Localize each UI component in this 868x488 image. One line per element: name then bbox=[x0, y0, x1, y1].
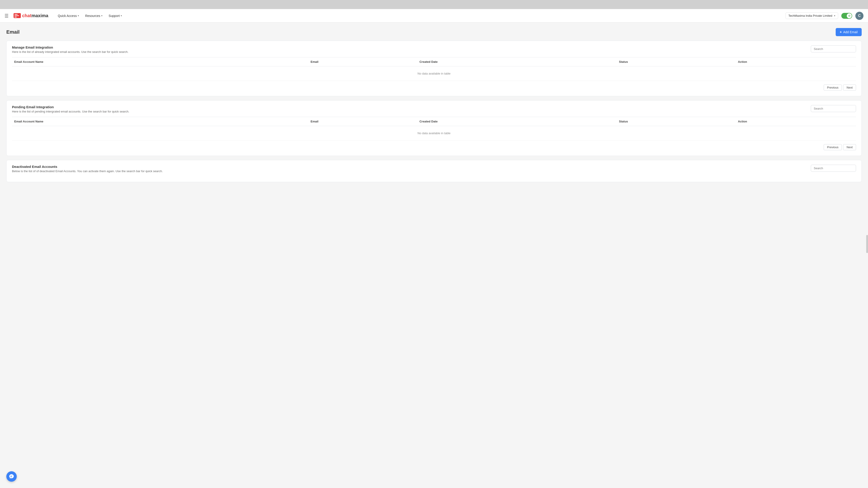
svg-rect-3 bbox=[14, 17, 17, 18]
page-header: Email + Add Email bbox=[6, 28, 862, 36]
table-footer-manage: Previous Next bbox=[12, 85, 856, 91]
chevron-down-icon: ▾ bbox=[78, 14, 79, 17]
col-created-date-p: Created Date bbox=[417, 117, 617, 126]
search-input-pending[interactable] bbox=[811, 105, 856, 112]
search-input-manage[interactable] bbox=[811, 45, 856, 53]
col-email-account-name-p: Email Account Name bbox=[12, 117, 308, 126]
previous-button-pending[interactable]: Previous bbox=[824, 144, 842, 150]
col-email: Email bbox=[308, 57, 417, 66]
chat-support-button[interactable] bbox=[6, 471, 17, 482]
settings-toggle[interactable]: ⚙ bbox=[841, 13, 852, 19]
no-data-row-manage: No data available in table bbox=[12, 66, 856, 81]
no-data-text-pending: No data available in table bbox=[12, 126, 856, 140]
chevron-down-icon: ▾ bbox=[834, 14, 835, 17]
navbar-right: TechMaxima India Private Limited ▾ ⚙ C bbox=[785, 12, 864, 20]
nav-support[interactable]: Support ▾ bbox=[106, 13, 125, 19]
chevron-down-icon: ▾ bbox=[121, 14, 122, 17]
no-data-text-manage: No data available in table bbox=[12, 66, 856, 81]
col-action: Action bbox=[736, 57, 856, 66]
table-header-row-manage: Email Account Name Email Created Date St… bbox=[12, 57, 856, 66]
section-title-deactivated: Deactivated Email Accounts bbox=[12, 165, 163, 168]
navbar: ☰ chatmaxima Quick Access ▾ Resources ▾ … bbox=[0, 9, 868, 23]
plus-icon: + bbox=[840, 30, 842, 34]
section-title-pending: Pending Email Integration bbox=[12, 105, 129, 109]
top-bar bbox=[0, 0, 868, 9]
col-status: Status bbox=[617, 57, 736, 66]
section-header-pending: Pending Email Integration Here is the li… bbox=[12, 105, 856, 113]
col-created-date: Created Date bbox=[417, 57, 617, 66]
nav-quick-access[interactable]: Quick Access ▾ bbox=[55, 13, 82, 19]
search-input-deactivated[interactable] bbox=[811, 165, 856, 172]
section-header-manage: Manage Email Integration Here is the lis… bbox=[12, 45, 856, 54]
col-action-p: Action bbox=[736, 117, 856, 126]
logo-icon bbox=[13, 12, 21, 20]
logo[interactable]: chatmaxima bbox=[13, 12, 49, 20]
col-email-account-name: Email Account Name bbox=[12, 57, 308, 66]
gear-icon: ⚙ bbox=[848, 14, 850, 18]
manage-table: Email Account Name Email Created Date St… bbox=[12, 57, 856, 81]
search-wrapper-deactivated bbox=[811, 165, 856, 172]
toggle-knob: ⚙ bbox=[847, 13, 852, 18]
col-status-p: Status bbox=[617, 117, 736, 126]
manage-email-section: Manage Email Integration Here is the lis… bbox=[6, 41, 862, 96]
user-avatar[interactable]: C bbox=[855, 12, 864, 20]
next-button-manage[interactable]: Next bbox=[843, 85, 856, 91]
col-email-p: Email bbox=[308, 117, 417, 126]
previous-button-manage[interactable]: Previous bbox=[824, 85, 842, 91]
section-info-deactivated: Deactivated Email Accounts Below is the … bbox=[12, 165, 163, 173]
hamburger-menu-icon[interactable]: ☰ bbox=[4, 13, 8, 19]
logo-text: chatmaxima bbox=[22, 13, 49, 18]
next-button-pending[interactable]: Next bbox=[843, 144, 856, 150]
deactivated-email-section: Deactivated Email Accounts Below is the … bbox=[6, 160, 862, 182]
svg-rect-2 bbox=[14, 15, 19, 16]
section-info-pending: Pending Email Integration Here is the li… bbox=[12, 105, 129, 113]
chevron-down-icon: ▾ bbox=[101, 14, 102, 17]
svg-rect-1 bbox=[14, 14, 18, 15]
org-selector[interactable]: TechMaxima India Private Limited ▾ bbox=[785, 12, 838, 19]
navbar-nav: Quick Access ▾ Resources ▾ Support ▾ bbox=[55, 13, 125, 19]
org-name: TechMaxima India Private Limited bbox=[788, 14, 832, 18]
search-wrapper-pending bbox=[811, 105, 856, 112]
table-header-row-pending: Email Account Name Email Created Date St… bbox=[12, 117, 856, 126]
section-desc-deactivated: Below is the list of of deactivated Emai… bbox=[12, 169, 163, 173]
section-info-manage: Manage Email Integration Here is the lis… bbox=[12, 45, 128, 54]
no-data-row-pending: No data available in table bbox=[12, 126, 856, 140]
pending-table: Email Account Name Email Created Date St… bbox=[12, 117, 856, 140]
page-title: Email bbox=[6, 29, 20, 35]
section-title-manage: Manage Email Integration bbox=[12, 45, 128, 49]
main-content: Email + Add Email Manage Email Integrati… bbox=[0, 23, 868, 488]
section-desc-manage: Here is the list of already intergrated … bbox=[12, 50, 128, 54]
scrollbar[interactable] bbox=[866, 235, 868, 253]
section-desc-pending: Here is the list of pending intergrated … bbox=[12, 110, 129, 113]
pending-email-section: Pending Email Integration Here is the li… bbox=[6, 100, 862, 156]
nav-resources[interactable]: Resources ▾ bbox=[83, 13, 105, 19]
chat-icon bbox=[9, 474, 14, 479]
section-header-deactivated: Deactivated Email Accounts Below is the … bbox=[12, 165, 856, 173]
table-footer-pending: Previous Next bbox=[12, 144, 856, 150]
search-wrapper-manage bbox=[811, 45, 856, 53]
add-email-button[interactable]: + Add Email bbox=[836, 28, 862, 36]
